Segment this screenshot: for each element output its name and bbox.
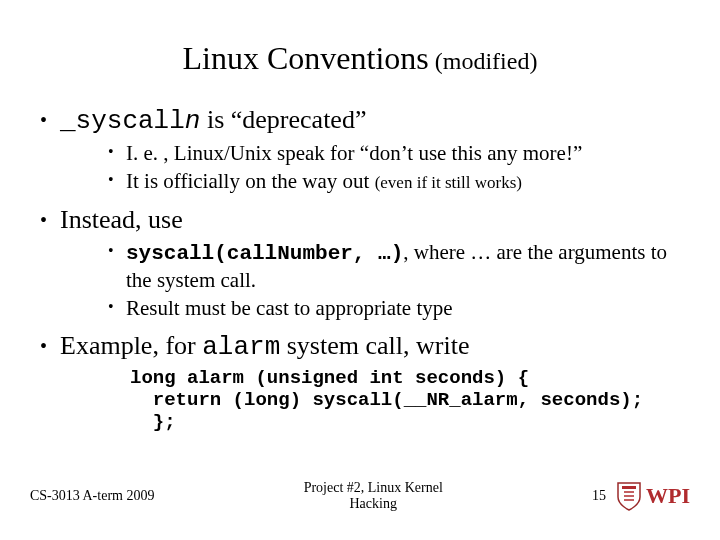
bullet-3: Example, for alarm system call, write lo…	[40, 331, 690, 434]
bullet-3b: system call, write	[280, 331, 469, 360]
wpi-text: WPI	[646, 483, 690, 509]
bullet-1-sub-2: It is officially on the way out (even if…	[108, 168, 690, 194]
bullet-2-sublist: syscall(callNumber, …), where … are the …	[108, 239, 690, 322]
footer: CS-3013 A-term 2009 Project #2, Linux Ke…	[30, 480, 690, 512]
bullet-1-sub-2a: It is officially on the way out	[126, 169, 375, 193]
bullet-3-code: alarm	[202, 332, 280, 362]
bullet-2: Instead, use syscall(callNumber, …), whe…	[40, 205, 690, 322]
footer-center: Project #2, Linux Kernel Hacking	[304, 480, 443, 512]
shield-icon	[616, 481, 642, 511]
footer-center-line1: Project #2, Linux Kernel	[304, 480, 443, 495]
title-modified: (modified)	[429, 48, 538, 74]
bullet-1-sub-1: I. e. , Linux/Unix speak for “don’t use …	[108, 140, 690, 166]
wpi-logo: WPI	[616, 481, 690, 511]
bullet-2-sub-2: Result must be cast to appropriate type	[108, 295, 690, 321]
bullet-2-text: Instead, use	[60, 205, 183, 234]
footer-center-line2: Hacking	[350, 496, 397, 511]
slide-title: Linux Conventions (modified)	[30, 40, 690, 77]
bullet-1-text: is “deprecated”	[200, 105, 366, 134]
bullet-1-code: _syscall	[60, 106, 185, 136]
bullet-2-sub-1-code: syscall(callNumber, …)	[126, 242, 403, 265]
bullet-2-sub-1: syscall(callNumber, …), where … are the …	[108, 239, 690, 294]
bullet-1: _syscalln is “deprecated” I. e. , Linux/…	[40, 105, 690, 195]
slide: Linux Conventions (modified) _syscalln i…	[0, 0, 720, 540]
bullet-1-sub-2-small: (even if it still works)	[375, 173, 522, 192]
bullet-1-sublist: I. e. , Linux/Unix speak for “don’t use …	[108, 140, 690, 195]
svg-rect-0	[622, 486, 636, 489]
code-block: long alarm (unsigned int seconds) { retu…	[130, 368, 690, 434]
title-main: Linux Conventions	[183, 40, 429, 76]
footer-left: CS-3013 A-term 2009	[30, 488, 154, 504]
bullet-list: _syscalln is “deprecated” I. e. , Linux/…	[40, 105, 690, 434]
page-number: 15	[592, 488, 606, 504]
bullet-3a: Example, for	[60, 331, 202, 360]
footer-right: 15 WPI	[592, 481, 690, 511]
bullet-1-code-italic: n	[185, 106, 201, 136]
